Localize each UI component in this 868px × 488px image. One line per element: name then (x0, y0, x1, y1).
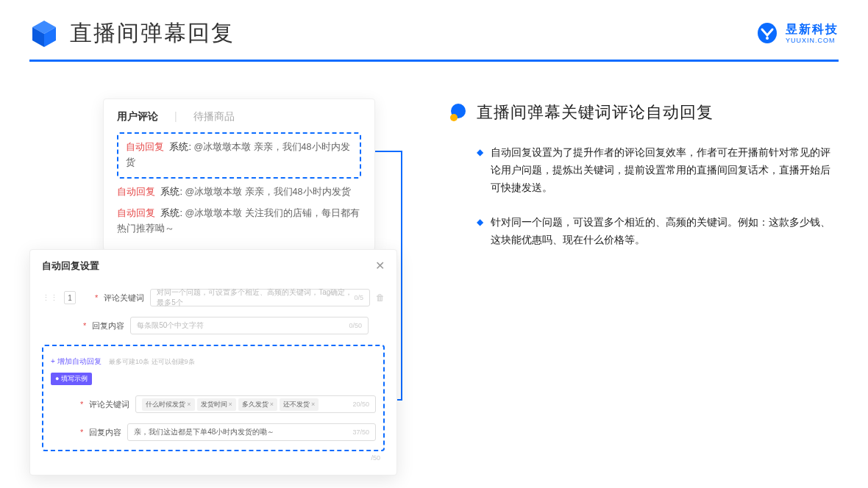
keyword-tag[interactable]: 发货时间× (197, 398, 236, 411)
row-number: 1 (64, 291, 76, 304)
diamond-icon: ◆ (477, 144, 483, 196)
page-header: 直播间弹幕回复 昱新科技 YUUXIN.COM (0, 0, 868, 49)
left-illustration: 用户评论 | 待播商品 自动回复 系统: @冰墩墩本墩 亲亲，我们48小时内发货… (29, 98, 397, 444)
comment-line: 自动回复 系统: @冰墩墩本墩 关注我们的店铺，每日都有热门推荐呦～ (117, 206, 361, 237)
add-hint: 最多可建10条 还可以创建9条 (109, 358, 195, 365)
example-section: + 增加自动回复 最多可建10条 还可以创建9条 ● 填写示例 * 评论关键词 … (42, 345, 385, 451)
example-badge: ● 填写示例 (51, 373, 92, 385)
section-title: 直播间弹幕关键词评论自动回复 (477, 101, 714, 123)
auto-reply-tag: 自动回复 (126, 142, 164, 152)
keyword-tag[interactable]: 什么时候发货× (142, 398, 194, 411)
brand-icon (755, 21, 780, 46)
settings-card: 自动回复设置 ✕ ⋮⋮ 1 * 评论关键词 对同一个问题，可设置多个相近、高频的… (29, 249, 397, 476)
footer-count: /50 (42, 451, 385, 462)
cube-icon (29, 19, 59, 49)
keywords-input[interactable]: 对同一个问题，可设置多个相近、高频的关键词，Tag确定，最多5个 0/5 (150, 289, 370, 306)
add-auto-reply-link[interactable]: + 增加自动回复 (51, 357, 102, 365)
drag-handle-icon[interactable]: ⋮⋮ (42, 293, 58, 303)
bubble-icon (449, 103, 468, 122)
comments-card: 用户评论 | 待播商品 自动回复 系统: @冰墩墩本墩 亲亲，我们48小时内发货… (103, 98, 375, 251)
brand-logo: 昱新科技 YUUXIN.COM (755, 21, 839, 46)
brand-name-en: YUUXIN.COM (786, 37, 839, 44)
delete-icon[interactable]: 🗑 (376, 293, 385, 303)
right-panel: 直播间弹幕关键词评论自动回复 ◆ 自动回复设置为了提升作者的评论回复效率，作者可… (449, 98, 839, 444)
highlighted-comment: 自动回复 系统: @冰墩墩本墩 亲亲，我们48小时内发货 (117, 132, 361, 179)
label-reply-content: 回复内容 (92, 320, 124, 331)
label-keywords: 评论关键词 (104, 293, 144, 304)
example-content-input[interactable]: 亲，我们这边都是下单48小时内发货的嘞～ 37/50 (127, 423, 376, 441)
keyword-tag[interactable]: 多久发货× (238, 398, 277, 411)
form-row-keywords: ⋮⋮ 1 * 评论关键词 对同一个问题，可设置多个相近、高频的关键词，Tag确定… (42, 289, 385, 306)
bullet-item: ◆ 自动回复设置为了提升作者的评论回复效率，作者可在开播前针对常见的评论用户问题… (449, 144, 839, 196)
settings-title: 自动回复设置 (42, 259, 99, 273)
content-input[interactable]: 每条限50个中文字符 0/50 (130, 317, 369, 334)
brand-name-cn: 昱新科技 (786, 24, 839, 35)
tabs: 用户评论 | 待播商品 (117, 110, 361, 123)
page-title: 直播间弹幕回复 (70, 18, 235, 49)
form-row-content: * 回复内容 每条限50个中文字符 0/50 (42, 317, 385, 334)
comment-line: 自动回复 系统: @冰墩墩本墩 亲亲，我们48小时内发货 (117, 184, 361, 200)
diamond-icon: ◆ (477, 214, 483, 249)
tab-pending-goods[interactable]: 待播商品 (193, 110, 235, 123)
bullet-item: ◆ 针对同一个问题，可设置多个相近的、高频的关键词。例如：这款多少钱、这块能优惠… (449, 214, 839, 249)
close-icon[interactable]: ✕ (375, 259, 385, 273)
keyword-tag[interactable]: 还不发货× (280, 398, 319, 411)
svg-point-3 (766, 37, 769, 40)
tab-user-comments[interactable]: 用户评论 (117, 110, 158, 123)
svg-point-5 (450, 114, 458, 121)
example-keywords-input[interactable]: 什么时候发货× 发货时间× 多久发货× 还不发货× 20/50 (135, 395, 376, 413)
